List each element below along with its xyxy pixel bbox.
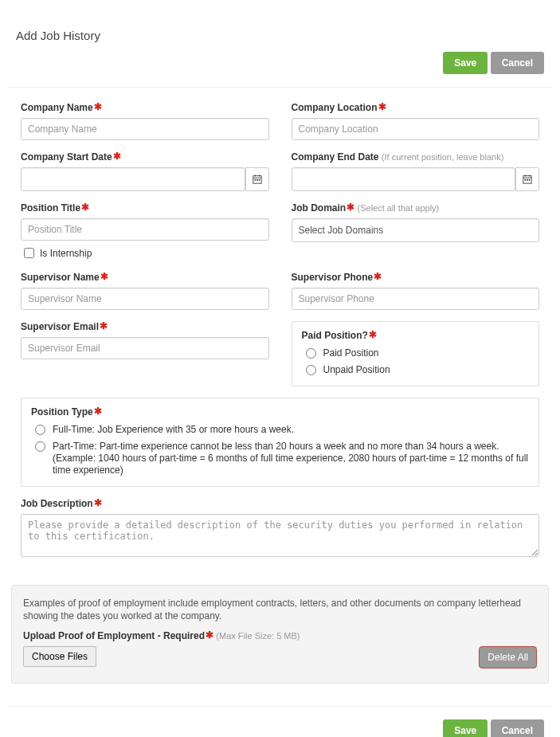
part-time-radio[interactable] (35, 441, 45, 452)
calendar-icon (253, 174, 262, 184)
upload-intro-text: Examples of proof of employment include … (23, 597, 537, 622)
full-time-radio[interactable] (35, 425, 45, 435)
position-title-label: Position Title✱ (21, 202, 269, 214)
full-time-label: Full-Time: Job Experience with 35 or mor… (53, 424, 294, 436)
is-internship-label: Is Internship (40, 248, 92, 259)
supervisor-email-input[interactable] (21, 337, 269, 359)
job-domain-label: Job Domain✱ (Select all that apply) (292, 202, 540, 214)
supervisor-name-label: Supervisor Name✱ (21, 272, 269, 283)
supervisor-email-label: Supervisor Email✱ (21, 321, 269, 332)
save-button[interactable]: Save (443, 52, 488, 74)
paid-position-group: Paid Position?✱ Paid Position Unpaid Pos… (292, 321, 540, 386)
job-domain-select[interactable]: Select Job Domains (292, 218, 540, 242)
save-button-footer[interactable]: Save (443, 719, 488, 737)
company-end-calendar-button[interactable] (515, 167, 539, 191)
svg-rect-5 (257, 179, 258, 181)
calendar-icon (523, 174, 532, 184)
company-start-input[interactable] (21, 167, 245, 191)
svg-rect-11 (525, 179, 527, 181)
job-description-textarea[interactable] (21, 514, 539, 557)
unpaid-position-radio[interactable] (306, 365, 316, 375)
choose-files-button[interactable]: Choose Files (23, 646, 96, 667)
company-end-label: Company End Date (If current position, l… (292, 151, 540, 163)
supervisor-phone-label: Supervisor Phone✱ (292, 272, 540, 283)
position-type-label: Position Type✱ (31, 406, 529, 418)
paid-position-option-label: Paid Position (323, 347, 379, 359)
position-type-group: Position Type✱ Full-Time: Job Experience… (21, 398, 539, 487)
delete-all-button[interactable]: Delete All (479, 646, 537, 668)
cancel-button[interactable]: Cancel (491, 52, 544, 74)
company-location-label: Company Location✱ (292, 102, 540, 113)
paid-position-radio[interactable] (306, 348, 316, 359)
svg-rect-4 (254, 179, 256, 181)
unpaid-position-option-label: Unpaid Position (323, 364, 390, 376)
company-name-input[interactable] (21, 118, 269, 140)
company-start-label: Company Start Date✱ (21, 151, 269, 163)
company-location-input[interactable] (292, 118, 540, 140)
upload-hint: (Max File Size: 5 MB) (216, 631, 300, 641)
svg-rect-6 (258, 179, 260, 181)
paid-position-label: Paid Position?✱ (302, 330, 530, 341)
svg-rect-13 (529, 179, 531, 181)
is-internship-checkbox[interactable] (24, 248, 34, 258)
position-title-input[interactable] (21, 218, 269, 241)
part-time-label: Part-Time: Part-time experience cannot b… (53, 441, 529, 476)
cancel-button-footer[interactable]: Cancel (491, 719, 544, 737)
supervisor-name-input[interactable] (21, 288, 269, 310)
company-name-label: Company Name✱ (21, 102, 269, 113)
job-description-label: Job Description✱ (21, 498, 539, 509)
upload-label: Upload Proof of Employment - Required (23, 630, 205, 641)
company-start-calendar-button[interactable] (245, 167, 269, 191)
page-title: Add Job History (16, 29, 544, 42)
company-end-input[interactable] (292, 167, 516, 191)
supervisor-phone-input[interactable] (292, 288, 540, 310)
upload-panel: Examples of proof of employment include … (11, 585, 549, 684)
svg-rect-12 (527, 179, 528, 181)
